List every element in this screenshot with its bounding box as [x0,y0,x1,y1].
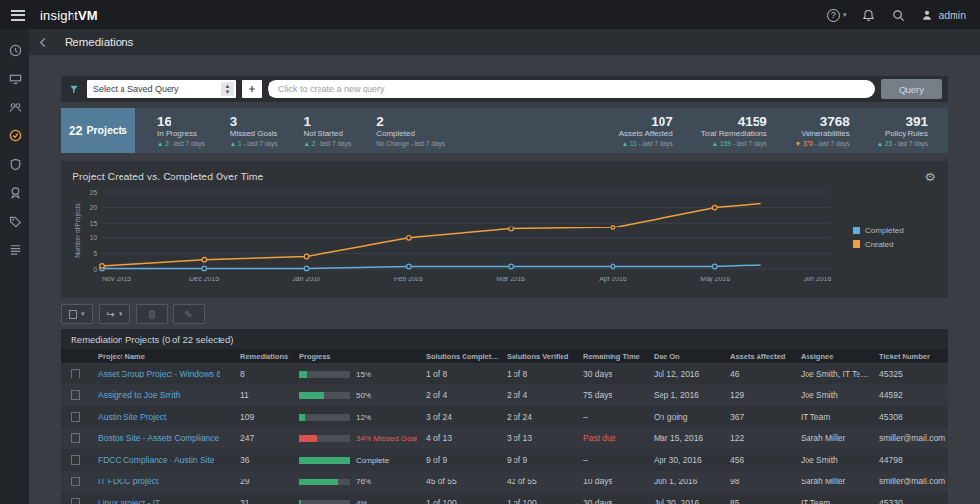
project-link[interactable]: Austin Site Project [98,412,166,422]
row-checkbox[interactable] [71,390,80,400]
row-checkbox[interactable] [71,498,80,504]
column-header-due-on[interactable]: Due On [646,352,722,361]
progress-label: 12% [356,413,371,422]
chevron-down-icon: ▾ [119,310,122,318]
table-row: Asset Group Project - Windows 8815%1 of … [61,363,948,384]
stats-right-group: 107Assets Affected▲ 11 - last 7 days4159… [598,108,948,153]
column-header-remediations[interactable]: Remediations [232,352,291,361]
svg-text:0: 0 [93,266,97,273]
stat-trend: ▲ 1 - last 7 days [230,140,278,147]
progress-bar [299,457,350,464]
assets-icon [8,72,23,86]
column-header-progress[interactable]: Progress [291,352,418,361]
sidebar-item-users[interactable] [7,99,23,115]
none-arrow-icon: No Change [376,140,411,147]
sidebar-item-reports[interactable] [7,241,23,257]
notifications-button[interactable] [862,9,875,22]
sidebar-item-goals[interactable] [7,184,23,200]
sidebar-item-assets[interactable] [7,71,23,86]
project-name-cell: Austin Site Project [90,412,232,422]
ticket-number-cell: 45308 [871,412,948,422]
table-row: IT FDCC project2976%45 of 5542 of 5510 d… [61,471,948,492]
column-header-project-name[interactable]: Project Name [90,352,232,361]
stat-label: Vulnerabilities [801,129,850,138]
legend-label: Created [865,240,893,249]
saved-query-select[interactable]: Select a Saved Query ▲▼ [87,80,236,98]
projects-summary[interactable]: 22 Projects [61,108,135,153]
project-link[interactable]: Assigned to Joe Smith [98,390,181,400]
user-menu-button[interactable]: admin [921,9,966,21]
sidebar-item-remediations[interactable] [7,127,23,143]
column-header-remaining-time[interactable]: Remaining Time [575,352,646,361]
row-checkbox[interactable] [71,433,80,443]
remediations-cell: 8 [232,369,291,378]
stat-value: 107 [651,115,673,128]
sidebar-item-dashboard[interactable] [7,42,23,58]
due-on-cell: Mar 15, 2016 [646,433,722,443]
assets-affected-cell: 129 [722,390,793,400]
row-checkbox[interactable] [71,369,80,378]
column-header-assets-affected[interactable]: Assets Affected [722,352,793,361]
remaining-time-cell: 75 days [575,390,646,400]
stat-label: Assets Affected [619,129,673,138]
policies-icon [8,157,23,172]
edit-button[interactable]: ✎ [173,304,205,324]
project-link[interactable]: Boston Site - Assets Compliance [98,433,219,443]
tags-icon [8,214,23,228]
stat-in-progress: 16In Progress▲ 2 - last 7 days [157,115,205,147]
assign-dropdown-button[interactable]: ↪ ▾ [99,304,130,324]
select-all-dropdown-button[interactable]: ▾ [61,304,93,324]
column-header-solutions-completed[interactable]: Solutions Completed [418,352,499,361]
table-title: Remediation Projects (0 of 22 selected) [61,329,948,349]
new-query-input[interactable] [268,80,875,98]
hamburger-menu-icon[interactable] [11,7,25,23]
project-link[interactable]: Linux project - IT [98,498,160,504]
data-point-created [407,236,412,241]
delete-button[interactable] [136,304,168,324]
chevron-left-icon [38,37,49,48]
stat-value: 391 [906,115,928,128]
legend-swatch [853,227,860,234]
solutions-verified-cell: 9 of 9 [499,455,575,465]
filter-button[interactable] [67,84,81,95]
row-checkbox-cell [61,433,90,443]
gear-icon[interactable]: ⚙ [924,171,936,183]
up-arrow-icon: ▲ 2 [303,140,317,147]
column-header-solutions-verified[interactable]: Solutions Verified [499,352,575,361]
saved-query-select-value: Select a Saved Query [93,84,179,94]
stat-value: 4159 [738,115,767,128]
stat-trend: ▲ 2 - last 7 days [303,140,351,147]
solutions-completed-cell: 2 of 4 [418,390,499,400]
help-menu-button[interactable]: ? ▾ [827,9,847,22]
project-link[interactable]: IT FDCC project [98,477,158,486]
query-filter-bar: Select a Saved Query ▲▼ Query [61,76,948,102]
column-header-assignee[interactable]: Assignee [793,352,871,361]
back-button[interactable] [38,37,49,48]
save-query-button[interactable] [242,80,262,98]
search-button[interactable] [892,9,905,22]
assignee-cell: Joe Smith [793,390,871,400]
top-bar: insightVM ? ▾ admin [0,0,980,29]
stat-policy-rules: 391Policy Rules▲ 23 - last 7 days [877,115,928,147]
stat-value: 16 [157,115,205,128]
stat-vulnerabilities: 3768Vulnerabilities▼ 370 - last 7 days [795,115,850,147]
query-button[interactable]: Query [881,79,942,99]
remaining-time-cell: 30 days [575,498,646,504]
row-checkbox[interactable] [71,412,80,422]
project-link[interactable]: FDCC Compliance - Austin Site [98,455,215,465]
svg-text:May 2016: May 2016 [700,276,730,283]
row-checkbox[interactable] [71,455,80,465]
sidebar-item-policies[interactable] [7,156,23,172]
ticket-number-cell: 45325 [871,369,948,378]
progress-cell: 50% [291,391,418,400]
sidebar-item-tags[interactable] [7,213,23,228]
progress-cell: 34% Missed Goal [291,434,418,443]
svg-text:Number of Projects: Number of Projects [74,202,82,257]
remediations-cell: 247 [232,433,291,443]
column-header-ticket-number[interactable]: Ticket Number [871,352,948,361]
project-link[interactable]: Asset Group Project - Windows 8 [98,369,220,378]
row-checkbox[interactable] [71,477,80,486]
svg-text:Feb 2016: Feb 2016 [394,276,423,282]
svg-text:Mar 2016: Mar 2016 [496,276,525,282]
table-row: Austin Site Project10912%3 of 242 of 24–… [61,406,948,428]
